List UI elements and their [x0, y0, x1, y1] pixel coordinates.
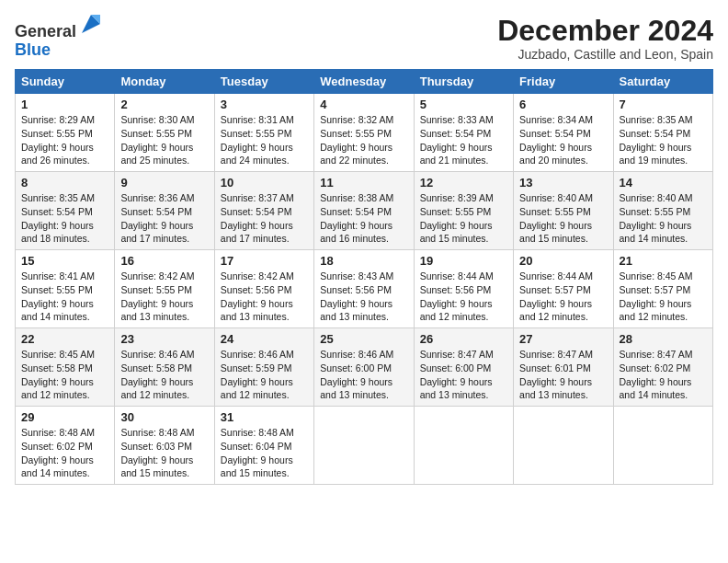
day-number: 14 — [620, 176, 707, 190]
calendar-cell: 23Sunrise: 8:46 AMSunset: 5:58 PMDayligh… — [115, 328, 214, 407]
day-number: 7 — [620, 98, 707, 111]
calendar-cell — [414, 407, 513, 485]
day-info: Sunrise: 8:30 AMSunset: 5:55 PMDaylight:… — [120, 113, 208, 167]
day-info: Sunrise: 8:42 AMSunset: 5:55 PMDaylight:… — [120, 270, 208, 324]
day-number: 31 — [221, 410, 308, 424]
day-number: 30 — [120, 410, 208, 424]
col-header-wednesday: Wednesday — [314, 70, 414, 94]
day-info: Sunrise: 8:33 AMSunset: 5:54 PMDaylight:… — [420, 113, 507, 167]
day-info: Sunrise: 8:48 AMSunset: 6:02 PMDaylight:… — [21, 426, 108, 480]
day-number: 13 — [519, 176, 607, 190]
day-info: Sunrise: 8:37 AMSunset: 5:54 PMDaylight:… — [221, 191, 308, 246]
day-info: Sunrise: 8:34 AMSunset: 5:54 PMDaylight:… — [519, 113, 607, 167]
day-info: Sunrise: 8:41 AMSunset: 5:55 PMDaylight:… — [21, 270, 108, 324]
day-info: Sunrise: 8:39 AMSunset: 5:55 PMDaylight:… — [420, 191, 507, 246]
day-info: Sunrise: 8:48 AMSunset: 6:04 PMDaylight:… — [221, 426, 308, 480]
day-number: 11 — [320, 176, 407, 190]
day-info: Sunrise: 8:45 AMSunset: 5:58 PMDaylight:… — [21, 348, 108, 402]
day-number: 2 — [120, 98, 208, 111]
day-number: 18 — [320, 254, 407, 268]
day-number: 20 — [519, 254, 607, 268]
day-info: Sunrise: 8:35 AMSunset: 5:54 PMDaylight:… — [21, 191, 108, 246]
calendar-cell: 3Sunrise: 8:31 AMSunset: 5:55 PMDaylight… — [214, 94, 313, 172]
day-number: 9 — [120, 176, 208, 190]
title-block: December 2024 Juzbado, Castille and Leon… — [497, 15, 713, 62]
calendar-cell: 1Sunrise: 8:29 AMSunset: 5:55 PMDaylight… — [16, 94, 115, 172]
calendar-cell: 9Sunrise: 8:36 AMSunset: 5:54 PMDaylight… — [115, 172, 214, 250]
location: Juzbado, Castille and Leon, Spain — [497, 47, 713, 62]
calendar-cell: 26Sunrise: 8:47 AMSunset: 6:00 PMDayligh… — [414, 328, 513, 407]
day-number: 29 — [21, 410, 108, 424]
day-info: Sunrise: 8:44 AMSunset: 5:56 PMDaylight:… — [420, 270, 507, 324]
day-info: Sunrise: 8:47 AMSunset: 6:02 PMDaylight:… — [620, 348, 707, 402]
col-header-friday: Friday — [514, 70, 613, 94]
calendar-cell: 21Sunrise: 8:45 AMSunset: 5:57 PMDayligh… — [613, 250, 712, 328]
calendar-cell: 15Sunrise: 8:41 AMSunset: 5:55 PMDayligh… — [16, 250, 115, 328]
logo: General Blue — [15, 15, 104, 60]
col-header-monday: Monday — [115, 70, 214, 94]
col-header-thursday: Thursday — [414, 70, 513, 94]
calendar-cell — [613, 407, 712, 485]
col-header-tuesday: Tuesday — [214, 70, 313, 94]
calendar-cell: 25Sunrise: 8:46 AMSunset: 6:00 PMDayligh… — [314, 328, 414, 407]
day-info: Sunrise: 8:48 AMSunset: 6:03 PMDaylight:… — [120, 426, 208, 480]
week-row-4: 22Sunrise: 8:45 AMSunset: 5:58 PMDayligh… — [16, 328, 713, 407]
day-info: Sunrise: 8:43 AMSunset: 5:56 PMDaylight:… — [320, 270, 407, 324]
day-number: 23 — [120, 332, 208, 346]
calendar-header-row: SundayMondayTuesdayWednesdayThursdayFrid… — [16, 70, 713, 94]
day-info: Sunrise: 8:35 AMSunset: 5:54 PMDaylight:… — [620, 113, 707, 167]
logo-general: General — [15, 22, 76, 40]
calendar-table: SundayMondayTuesdayWednesdayThursdayFrid… — [15, 69, 713, 485]
calendar-cell: 2Sunrise: 8:30 AMSunset: 5:55 PMDaylight… — [115, 94, 214, 172]
day-number: 27 — [519, 332, 607, 346]
calendar-cell: 29Sunrise: 8:48 AMSunset: 6:02 PMDayligh… — [16, 407, 115, 485]
day-info: Sunrise: 8:46 AMSunset: 5:58 PMDaylight:… — [120, 348, 208, 402]
calendar-cell: 13Sunrise: 8:40 AMSunset: 5:55 PMDayligh… — [514, 172, 613, 250]
day-info: Sunrise: 8:38 AMSunset: 5:54 PMDaylight:… — [320, 191, 407, 246]
week-row-2: 8Sunrise: 8:35 AMSunset: 5:54 PMDaylight… — [16, 172, 713, 250]
day-info: Sunrise: 8:36 AMSunset: 5:54 PMDaylight:… — [120, 191, 208, 246]
week-row-3: 15Sunrise: 8:41 AMSunset: 5:55 PMDayligh… — [16, 250, 713, 328]
day-info: Sunrise: 8:29 AMSunset: 5:55 PMDaylight:… — [21, 113, 108, 167]
calendar-cell: 22Sunrise: 8:45 AMSunset: 5:58 PMDayligh… — [16, 328, 115, 407]
day-number: 16 — [120, 254, 208, 268]
calendar-cell: 7Sunrise: 8:35 AMSunset: 5:54 PMDaylight… — [613, 94, 712, 172]
day-number: 26 — [420, 332, 507, 346]
day-number: 19 — [420, 254, 507, 268]
logo-icon — [78, 11, 104, 37]
day-info: Sunrise: 8:40 AMSunset: 5:55 PMDaylight:… — [519, 191, 607, 246]
day-number: 22 — [21, 332, 108, 346]
day-number: 10 — [221, 176, 308, 190]
calendar-cell: 8Sunrise: 8:35 AMSunset: 5:54 PMDaylight… — [16, 172, 115, 250]
month-title: December 2024 — [497, 15, 713, 47]
day-number: 6 — [519, 98, 607, 111]
calendar-cell: 11Sunrise: 8:38 AMSunset: 5:54 PMDayligh… — [314, 172, 414, 250]
day-number: 1 — [21, 98, 108, 111]
day-info: Sunrise: 8:46 AMSunset: 5:59 PMDaylight:… — [221, 348, 308, 402]
day-number: 24 — [221, 332, 308, 346]
day-info: Sunrise: 8:46 AMSunset: 6:00 PMDaylight:… — [320, 348, 407, 402]
calendar-cell: 18Sunrise: 8:43 AMSunset: 5:56 PMDayligh… — [314, 250, 414, 328]
day-number: 25 — [320, 332, 407, 346]
calendar-cell: 6Sunrise: 8:34 AMSunset: 5:54 PMDaylight… — [514, 94, 613, 172]
day-info: Sunrise: 8:32 AMSunset: 5:55 PMDaylight:… — [320, 113, 407, 167]
calendar-cell: 27Sunrise: 8:47 AMSunset: 6:01 PMDayligh… — [514, 328, 613, 407]
day-number: 3 — [221, 98, 308, 111]
calendar-cell: 19Sunrise: 8:44 AMSunset: 5:56 PMDayligh… — [414, 250, 513, 328]
day-info: Sunrise: 8:31 AMSunset: 5:55 PMDaylight:… — [221, 113, 308, 167]
day-info: Sunrise: 8:45 AMSunset: 5:57 PMDaylight:… — [620, 270, 707, 324]
day-number: 17 — [221, 254, 308, 268]
day-info: Sunrise: 8:47 AMSunset: 6:00 PMDaylight:… — [420, 348, 507, 402]
logo-blue: Blue — [15, 40, 51, 59]
day-number: 15 — [21, 254, 108, 268]
day-number: 28 — [620, 332, 707, 346]
week-row-1: 1Sunrise: 8:29 AMSunset: 5:55 PMDaylight… — [16, 94, 713, 172]
day-info: Sunrise: 8:44 AMSunset: 5:57 PMDaylight:… — [519, 270, 607, 324]
week-row-5: 29Sunrise: 8:48 AMSunset: 6:02 PMDayligh… — [16, 407, 713, 485]
calendar-cell: 31Sunrise: 8:48 AMSunset: 6:04 PMDayligh… — [214, 407, 313, 485]
calendar-cell: 28Sunrise: 8:47 AMSunset: 6:02 PMDayligh… — [613, 328, 712, 407]
page-header: General Blue December 2024 Juzbado, Cast… — [15, 15, 713, 62]
day-info: Sunrise: 8:47 AMSunset: 6:01 PMDaylight:… — [519, 348, 607, 402]
day-number: 12 — [420, 176, 507, 190]
calendar-cell — [314, 407, 414, 485]
